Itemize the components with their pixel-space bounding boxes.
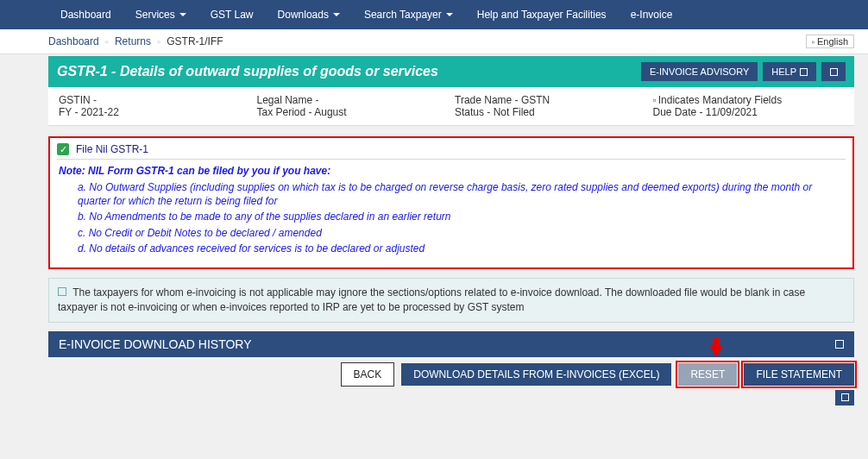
chevron-down-icon [179, 13, 186, 16]
due-date-label: Due Date - 11/09/2021 [653, 106, 845, 118]
checkbox-checked-icon[interactable]: ✓ [57, 143, 69, 155]
nil-condition: a. No Outward Supplies (including suppli… [59, 180, 844, 208]
history-title: E-INVOICE DOWNLOAD HISTORY [59, 337, 252, 351]
einvoice-advisory-button[interactable]: E-INVOICE ADVISORY [641, 62, 758, 81]
tax-period-label: Tax Period - August [257, 106, 449, 118]
nav-label: Services [135, 9, 175, 21]
breadcrumb-sep-icon: ▫ [105, 37, 109, 47]
breadcrumb-dashboard[interactable]: Dashboard [48, 35, 99, 47]
nav-label: GST Law [211, 9, 254, 21]
return-info-row: GSTIN - FY - 2021-22 Legal Name - Tax Pe… [48, 87, 854, 126]
language-label: English [817, 36, 848, 47]
mandatory-note: ▫Indicates Mandatory Fields [653, 94, 845, 106]
nav-gstlaw[interactable]: GST Law [198, 0, 266, 29]
title-actions: E-INVOICE ADVISORY HELP [641, 62, 846, 81]
expand-icon [835, 340, 844, 349]
breadcrumb-current: GSTR-1/IFF [167, 35, 223, 47]
expand-button[interactable] [821, 62, 846, 81]
footer-actions: BACK DOWNLOAD DETAILS FROM E-INVOICES (E… [48, 362, 854, 387]
legal-name-label: Legal Name - [257, 94, 449, 106]
chevron-down-icon [446, 13, 453, 16]
page-title-bar: GSTR-1 - Details of outward supplies of … [48, 56, 854, 87]
nav-einvoice[interactable]: e-Invoice [619, 0, 685, 29]
square-icon [841, 393, 849, 401]
nav-downloads[interactable]: Downloads [266, 0, 352, 29]
trade-name-label: Trade Name - GSTN [455, 94, 646, 106]
help-label: HELP [771, 66, 796, 77]
breadcrumb-row: Dashboard ▫ Returns ▫ GSTR-1/IFF ▫ Engli… [0, 29, 868, 54]
square-icon [830, 68, 838, 76]
scroll-top-button[interactable] [835, 390, 854, 406]
nav-help-facilities[interactable]: Help and Taxpayer Facilities [465, 0, 619, 29]
nav-label: e-Invoice [631, 9, 673, 21]
download-history-bar[interactable]: E-INVOICE DOWNLOAD HISTORY [48, 331, 854, 357]
breadcrumb-returns[interactable]: Returns [115, 35, 151, 47]
main-container: GSTR-1 - Details of outward supplies of … [0, 56, 868, 387]
file-nil-row: ✓ File Nil GSTR-1 [57, 141, 846, 160]
highlight-arrow-icon [709, 345, 723, 357]
file-statement-button[interactable]: FILE STATEMENT [744, 363, 854, 386]
top-nav: Dashboard Services GST Law Downloads Sea… [0, 0, 868, 29]
page-title: GSTR-1 - Details of outward supplies of … [57, 64, 438, 79]
nil-condition: b. No Amendments to be made to any of th… [59, 210, 844, 223]
status-label: Status - Not Filed [455, 106, 646, 118]
info-legal-col: Legal Name - Tax Period - August [257, 94, 449, 118]
nil-condition: c. No Credit or Debit Notes to be declar… [59, 226, 844, 240]
back-button[interactable]: BACK [341, 362, 395, 387]
breadcrumb-sep-icon: ▫ [157, 37, 160, 47]
language-selector[interactable]: ▫ English [806, 35, 854, 48]
alert-text: The taxpayers for whom e-invoicing is no… [58, 286, 805, 313]
asterisk-icon: ▫ [653, 94, 657, 106]
file-nil-section: ✓ File Nil GSTR-1 Note: NIL Form GSTR-1 … [48, 136, 854, 269]
nav-services[interactable]: Services [123, 0, 198, 29]
square-icon: ▫ [812, 38, 815, 47]
nil-note-title: Note: NIL Form GSTR-1 can be filed by yo… [59, 165, 844, 177]
info-icon [58, 287, 66, 296]
download-einvoice-excel-button[interactable]: DOWNLOAD DETAILS FROM E-INVOICES (EXCEL) [401, 363, 671, 386]
square-icon [800, 68, 808, 76]
fy-label: FY - 2021-22 [59, 106, 250, 118]
nav-label: Dashboard [60, 9, 111, 21]
nil-note-block: Note: NIL Form GSTR-1 can be filed by yo… [57, 160, 846, 259]
help-button[interactable]: HELP [763, 62, 816, 81]
file-nil-label: File Nil GSTR-1 [76, 143, 148, 155]
reset-button[interactable]: RESET [678, 363, 737, 386]
nav-label: Downloads [278, 9, 329, 21]
info-trade-col: Trade Name - GSTN Status - Not Filed [455, 94, 646, 118]
info-gstin-col: GSTIN - FY - 2021-22 [59, 94, 250, 118]
nav-label: Help and Taxpayer Facilities [477, 9, 607, 21]
nav-search-taxpayer[interactable]: Search Taxpayer [352, 0, 465, 29]
chevron-down-icon [333, 13, 340, 16]
breadcrumb: Dashboard ▫ Returns ▫ GSTR-1/IFF [48, 35, 223, 47]
nav-label: Search Taxpayer [364, 9, 442, 21]
einvoice-alert: The taxpayers for whom e-invoicing is no… [48, 278, 854, 323]
nav-dashboard[interactable]: Dashboard [48, 0, 123, 29]
gstin-label: GSTIN - [59, 94, 250, 106]
nil-condition: d. No details of advances received for s… [59, 242, 844, 255]
info-mandatory-col: ▫Indicates Mandatory Fields Due Date - 1… [653, 94, 845, 118]
